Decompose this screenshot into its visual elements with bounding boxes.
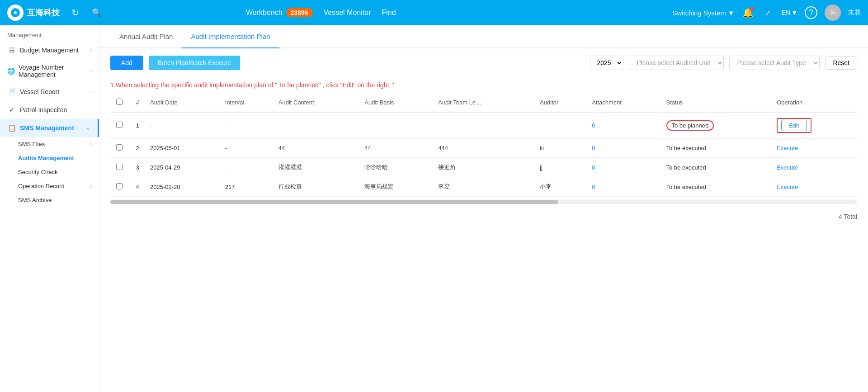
- add-button[interactable]: Add: [110, 56, 143, 70]
- avatar[interactable]: 朱: [825, 5, 841, 21]
- row-attachment[interactable]: 0: [588, 158, 662, 177]
- lang-chevron: ▼: [791, 9, 797, 16]
- content-area: Annual Audit Plan Audit Implementation P…: [99, 25, 868, 392]
- workbench-label: Workbench: [246, 9, 283, 17]
- sidebar-sub-sms-archive[interactable]: SMS Archive: [0, 193, 99, 207]
- row-checkbox-cell: [110, 139, 128, 158]
- row-audit-basis: 44: [361, 139, 434, 158]
- row-status: To be planned: [663, 112, 774, 139]
- row-attachment[interactable]: 0: [588, 177, 662, 197]
- row-checkbox[interactable]: [116, 122, 123, 128]
- row-checkbox-cell: [110, 177, 128, 197]
- sidebar-item-patrol[interactable]: ✓ Patrol Inspeciton: [0, 101, 99, 119]
- row-num: 1: [128, 112, 146, 139]
- select-all-checkbox[interactable]: [116, 99, 123, 105]
- row-attachment[interactable]: 0: [588, 112, 662, 139]
- reset-button[interactable]: Reset: [825, 56, 857, 70]
- sidebar-item-voyage-label: Voyage Number Management: [19, 64, 90, 78]
- sidebar-item-patrol-left: ✓ Patrol Inspeciton: [7, 105, 67, 114]
- scrollbar-thumb[interactable]: [110, 200, 558, 204]
- year-select[interactable]: 2025: [590, 56, 623, 70]
- bell-icon-button[interactable]: 🔔: [742, 6, 755, 19]
- sidebar-item-sms[interactable]: 📋 SMS Management ⌄: [0, 119, 99, 137]
- row-team-leader: [434, 112, 536, 139]
- row-num: 2: [128, 139, 146, 158]
- language-selector[interactable]: EN ▼: [782, 9, 797, 16]
- switching-system-button[interactable]: Switching System ▼: [672, 9, 734, 17]
- tab-annual-audit-plan[interactable]: Annual Audit Plan: [110, 25, 182, 48]
- switching-system-label: Switching System: [672, 9, 726, 17]
- row-checkbox[interactable]: [116, 164, 123, 170]
- search-button[interactable]: 🔍: [90, 6, 103, 19]
- sidebar-item-vessel-label: Vessel Report: [20, 88, 59, 95]
- row-interval: -: [222, 158, 275, 177]
- sidebar-item-sms-label: SMS Management: [20, 124, 74, 132]
- execute-button[interactable]: Execute: [777, 145, 798, 151]
- workbench-nav[interactable]: Workbench 23896: [246, 8, 313, 17]
- row-interval: 217: [222, 177, 275, 197]
- col-audit-basis: Audit Basis: [361, 93, 434, 112]
- header-checkbox-cell: [110, 93, 128, 112]
- col-audit-team-leader: Audit Team Le…: [434, 93, 536, 112]
- row-audit-date: 2025-04-29: [146, 158, 222, 177]
- horizontal-scrollbar[interactable]: [99, 197, 868, 208]
- find-link[interactable]: Find: [382, 9, 396, 17]
- audit-type-select[interactable]: Please select Audit Type: [729, 56, 820, 70]
- audited-unit-select[interactable]: Please select Audited Unit: [629, 56, 724, 70]
- table-wrapper: # Audit Date Interval Audit Content Audi…: [99, 93, 868, 197]
- vessel-monitor-link[interactable]: Vessel Monitor: [324, 9, 371, 17]
- hint-text: 1.When selecting the specific audit impl…: [110, 81, 389, 89]
- row-team-leader: 接近角: [434, 158, 536, 177]
- file-icon: 📄: [7, 87, 16, 96]
- row-interval: -: [222, 112, 275, 139]
- row-auditor: 小李: [536, 177, 588, 197]
- hint-arrow-icon: ↑: [391, 79, 395, 89]
- nav-center: Workbench 23896 Vessel Monitor Find: [246, 8, 396, 17]
- tab-audit-implementation-plan[interactable]: Audit Implementation Plan: [182, 25, 279, 48]
- security-check-label: Security Check: [18, 169, 57, 175]
- col-audit-date: Audit Date: [146, 93, 222, 112]
- app-logo[interactable]: 互海科技: [7, 5, 60, 21]
- top-navigation: 互海科技 ↻ 🔍 Workbench 23896 Vessel Monitor …: [0, 0, 868, 25]
- row-checkbox-cell: [110, 112, 128, 139]
- sidebar-item-budget-left: ☷ Budget Management: [7, 46, 79, 55]
- row-audit-content: 44: [275, 139, 361, 158]
- row-audit-content: 行业检查: [275, 177, 361, 197]
- sidebar-item-voyage[interactable]: 🌐 Voyage Number Management ›: [0, 59, 99, 83]
- sidebar-sub-audits[interactable]: Audits Management: [0, 151, 99, 165]
- row-audit-date: 2025-05-01: [146, 139, 222, 158]
- row-attachment[interactable]: 0: [588, 139, 662, 158]
- bell-notification-dot: [750, 7, 754, 11]
- row-audit-date: -: [146, 112, 222, 139]
- sidebar-sub-operation-record[interactable]: Operation Record ›: [0, 179, 99, 193]
- edit-button[interactable]: Edit: [781, 120, 807, 131]
- sidebar-item-vessel-report[interactable]: 📄 Vessel Report ›: [0, 83, 99, 101]
- row-num: 3: [128, 158, 146, 177]
- total-count: 4 Total: [839, 213, 857, 220]
- col-audit-content: Audit Content: [275, 93, 361, 112]
- row-status: To be executed: [663, 139, 774, 158]
- col-operation: Operation: [773, 93, 857, 112]
- help-icon[interactable]: ?: [805, 6, 817, 19]
- row-checkbox-cell: [110, 158, 128, 177]
- col-interval: Interval: [222, 93, 275, 112]
- row-audit-basis: 海事局规定: [361, 177, 434, 197]
- col-attachment: Attachment: [588, 93, 662, 112]
- execute-button[interactable]: Execute: [777, 164, 798, 171]
- chevron-right-icon: ›: [90, 47, 92, 53]
- row-checkbox[interactable]: [116, 183, 123, 189]
- row-checkbox[interactable]: [116, 144, 123, 151]
- logo-icon: [7, 5, 24, 21]
- sidebar-item-budget[interactable]: ☷ Budget Management ›: [0, 41, 99, 59]
- expand-icon[interactable]: ⤢: [762, 6, 774, 19]
- switching-system-chevron: ▼: [728, 9, 735, 17]
- execute-button[interactable]: Execute: [777, 184, 798, 190]
- nav-right: Switching System ▼ 🔔 ⤢ EN ▼ ? 朱 朱慧: [672, 5, 861, 21]
- batch-button[interactable]: Batch Plan/Batch Execute: [149, 56, 240, 70]
- sidebar-sub-sms-files[interactable]: SMS Files ›: [0, 137, 99, 151]
- back-button[interactable]: ↻: [69, 6, 81, 19]
- audits-label: Audits Management: [18, 155, 74, 161]
- operation-record-label: Operation Record: [18, 183, 65, 189]
- sidebar-sub-security-check[interactable]: Security Check: [0, 165, 99, 179]
- sms-archive-label: SMS Archive: [18, 197, 52, 203]
